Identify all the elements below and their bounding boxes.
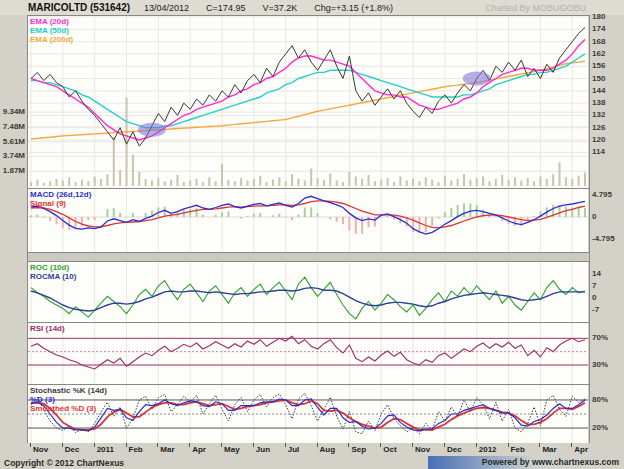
legend-stoch-d: %D (3) bbox=[30, 395, 107, 404]
price-axis-label: 156 bbox=[592, 62, 605, 70]
price-axis-label: 132 bbox=[592, 111, 605, 119]
stoch-axis-label: 20% bbox=[592, 424, 608, 432]
stoch-chart[interactable] bbox=[28, 385, 588, 443]
rsi-axis-label: 70% bbox=[592, 334, 608, 342]
legend-stoch-sd: Smoothed %D (3) bbox=[30, 404, 107, 413]
volume-axis-label: 1.87M bbox=[1, 167, 25, 175]
powered-by-link[interactable]: Powered by www.chartnexus.com bbox=[428, 456, 623, 469]
x-axis-label: Jun bbox=[256, 445, 270, 454]
macd-panel[interactable] bbox=[28, 189, 588, 252]
price-axis-label: 126 bbox=[592, 124, 605, 132]
price-axis-label: 138 bbox=[592, 99, 605, 107]
roc-axis-label: 0 bbox=[592, 294, 596, 302]
x-axis-tick bbox=[221, 443, 222, 447]
x-axis-tick bbox=[62, 443, 63, 447]
footer-bar: Copyright © 2012 ChartNexus Powered by w… bbox=[0, 456, 624, 469]
x-axis-label: May bbox=[224, 445, 240, 454]
macd-axis-label: 0 bbox=[592, 213, 596, 221]
header-volume: V=37.2K bbox=[262, 3, 297, 13]
legend-ema200: EMA (200d) bbox=[30, 35, 73, 44]
legend-stoch-k: Stochastic %K (14d) bbox=[30, 386, 107, 395]
x-axis-tick bbox=[253, 443, 254, 447]
x-axis-tick bbox=[412, 443, 413, 447]
legend-rsi: RSI (14d) bbox=[30, 324, 65, 333]
plot-right-border bbox=[589, 15, 590, 443]
legend-roc: ROC (10d) bbox=[30, 263, 76, 272]
x-axis-tick bbox=[94, 443, 95, 447]
x-axis-label: 2011 bbox=[97, 445, 114, 454]
copyright-label: Copyright © 2012 ChartNexus bbox=[4, 458, 124, 468]
price-axis-label: 150 bbox=[592, 75, 605, 83]
volume-axis-label: 7.48M bbox=[1, 123, 25, 131]
x-axis-label: Nov bbox=[415, 445, 430, 454]
rsi-panel[interactable] bbox=[28, 323, 588, 384]
stoch-panel[interactable] bbox=[28, 385, 588, 443]
x-axis-label: Jul bbox=[288, 445, 300, 454]
price-axis-label: 162 bbox=[592, 50, 605, 58]
x-axis-label: Dec bbox=[65, 445, 80, 454]
x-axis-label: Apr bbox=[574, 445, 588, 454]
x-axis-label: Oct bbox=[383, 445, 396, 454]
x-axis-label: Feb bbox=[129, 445, 143, 454]
panel-divider bbox=[28, 253, 588, 261]
macd-axis-label: 4.795 bbox=[592, 191, 612, 199]
rsi-chart[interactable] bbox=[28, 323, 588, 384]
legend-signal: Signal (9) bbox=[30, 199, 91, 208]
volume-axis-label: 5.61M bbox=[1, 138, 25, 146]
price-axis-label: 114 bbox=[592, 148, 605, 156]
x-axis-tick bbox=[157, 443, 158, 447]
x-axis-tick bbox=[317, 443, 318, 447]
x-axis-tick bbox=[508, 443, 509, 447]
x-axis-label: Mar bbox=[160, 445, 174, 454]
price-axis-label: 144 bbox=[592, 87, 605, 95]
header-bar: MARICOLTD (531642) 13/04/2012 C=174.95 V… bbox=[0, 0, 624, 15]
header-date: 13/04/2012 bbox=[144, 3, 189, 13]
x-axis-label: 2012 bbox=[479, 445, 497, 454]
price-chart-panel[interactable] bbox=[28, 16, 588, 188]
x-axis-label: Sep bbox=[351, 445, 366, 454]
price-legend: EMA (20d) EMA (50d) EMA (200d) bbox=[30, 17, 73, 44]
header-change: Chg=+3.15 (+1.8%) bbox=[314, 3, 393, 13]
x-axis-tick bbox=[189, 443, 190, 447]
legend-macd: MACD (26d,12d) bbox=[30, 190, 91, 199]
header-close: C=174.95 bbox=[206, 3, 245, 13]
price-axis-label: 180 bbox=[592, 13, 605, 21]
x-axis-tick bbox=[476, 443, 477, 447]
x-axis-label: Apr bbox=[192, 445, 206, 454]
rsi-legend: RSI (14d) bbox=[30, 324, 65, 333]
x-axis-label: Dec bbox=[447, 445, 462, 454]
macd-axis-label: -4.795 bbox=[592, 235, 615, 243]
macd-legend: MACD (26d,12d) Signal (9) bbox=[30, 190, 91, 208]
legend-ema20: EMA (20d) bbox=[30, 17, 73, 26]
x-axis-tick bbox=[348, 443, 349, 447]
x-axis-tick bbox=[285, 443, 286, 447]
x-axis-tick bbox=[444, 443, 445, 447]
volume-axis-label: 9.34M bbox=[1, 108, 25, 116]
price-chart[interactable] bbox=[28, 16, 588, 188]
roc-chart[interactable] bbox=[28, 262, 588, 322]
x-axis-tick bbox=[380, 443, 381, 447]
chartnexus-window: MARICOLTD (531642) 13/04/2012 C=174.95 V… bbox=[0, 0, 624, 469]
roc-axis-label: 7 bbox=[592, 282, 596, 290]
macd-chart[interactable] bbox=[28, 189, 588, 252]
x-axis-tick bbox=[30, 443, 31, 447]
price-axis-label: 174 bbox=[592, 25, 605, 33]
roc-panel[interactable] bbox=[28, 262, 588, 322]
x-axis-label: Mar bbox=[542, 445, 556, 454]
legend-ema50: EMA (50d) bbox=[30, 26, 73, 35]
stoch-axis-label: 80% bbox=[592, 396, 608, 404]
roc-axis-label: 14 bbox=[592, 270, 601, 278]
price-axis-label: 120 bbox=[592, 136, 605, 144]
volume-axis-label: 3.74M bbox=[1, 152, 25, 160]
price-axis-label: 168 bbox=[592, 38, 605, 46]
legend-rocma: ROCMA (10) bbox=[30, 272, 76, 281]
symbol-title: MARICOLTD (531642) bbox=[28, 2, 130, 13]
x-axis-label: Aug bbox=[320, 445, 336, 454]
rsi-axis-label: 30% bbox=[592, 361, 608, 369]
x-axis-tick bbox=[571, 443, 572, 447]
roc-legend: ROC (10d) ROCMA (10) bbox=[30, 263, 76, 281]
x-axis-label: Feb bbox=[511, 445, 525, 454]
x-axis-label: Nov bbox=[33, 445, 48, 454]
x-axis-tick bbox=[126, 443, 127, 447]
x-axis-tick bbox=[539, 443, 540, 447]
